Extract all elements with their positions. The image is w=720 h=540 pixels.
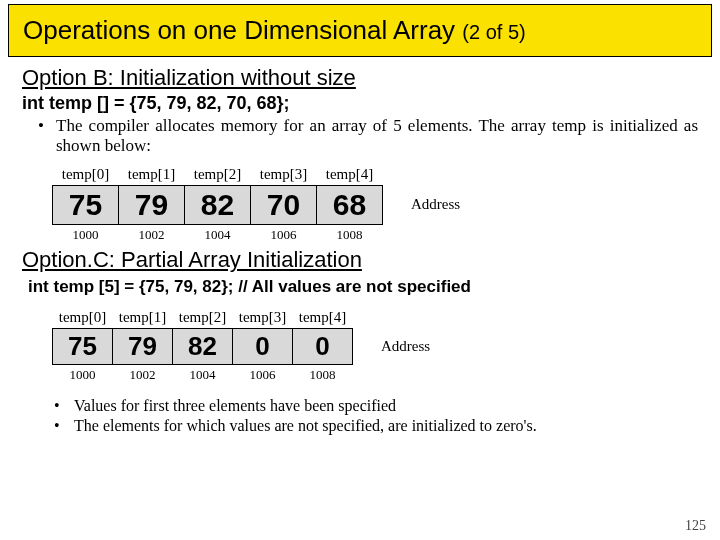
arr-addr: 1006 xyxy=(251,225,317,244)
arr-value: 0 xyxy=(293,329,353,365)
option-c-table: temp[0] temp[1] temp[2] temp[3] temp[4] … xyxy=(52,309,353,383)
arr-value: 82 xyxy=(185,186,251,225)
arr-value: 75 xyxy=(53,186,119,225)
arr-addr: 1008 xyxy=(317,225,383,244)
arr-value: 0 xyxy=(233,329,293,365)
address-label-c: Address xyxy=(381,338,430,355)
arr-addr: 1000 xyxy=(53,365,113,384)
address-label-b: Address xyxy=(411,196,460,213)
arr-label: temp[3] xyxy=(233,309,293,329)
arr-value: 79 xyxy=(119,186,185,225)
option-c-bullets: Values for first three elements have bee… xyxy=(74,397,698,435)
arr-value: 75 xyxy=(53,329,113,365)
arr-label: temp[2] xyxy=(173,309,233,329)
arr-label: temp[4] xyxy=(293,309,353,329)
slide-title-paren: (2 of 5) xyxy=(462,21,525,43)
arr-label: temp[0] xyxy=(53,166,119,186)
arr-addr: 1006 xyxy=(233,365,293,384)
arr-addr: 1008 xyxy=(293,365,353,384)
arr-addr: 1000 xyxy=(53,225,119,244)
option-c-code: int temp [5] = {75, 79, 82}; // All valu… xyxy=(28,277,698,297)
option-b-table: temp[0] temp[1] temp[2] temp[3] temp[4] … xyxy=(52,166,383,243)
arr-value: 79 xyxy=(113,329,173,365)
arr-label: temp[0] xyxy=(53,309,113,329)
arr-label: temp[4] xyxy=(317,166,383,186)
option-c-bullet-2: The elements for which values are not sp… xyxy=(74,417,698,435)
option-b-array-row: temp[0] temp[1] temp[2] temp[3] temp[4] … xyxy=(22,166,698,243)
arr-addr: 1002 xyxy=(119,225,185,244)
slide-title-main: Operations on one Dimensional Array xyxy=(23,15,462,45)
option-c-array: temp[0] temp[1] temp[2] temp[3] temp[4] … xyxy=(52,309,353,383)
slide-content: Option B: Initialization without size in… xyxy=(0,57,720,435)
arr-label: temp[2] xyxy=(185,166,251,186)
slide-number: 125 xyxy=(685,518,706,534)
arr-addr: 1004 xyxy=(173,365,233,384)
option-c-heading: Option.C: Partial Array Initialization xyxy=(22,247,698,273)
option-c-bullet-1: Values for first three elements have bee… xyxy=(74,397,698,415)
arr-value: 82 xyxy=(173,329,233,365)
option-b-array: temp[0] temp[1] temp[2] temp[3] temp[4] … xyxy=(52,166,383,243)
arr-label: temp[3] xyxy=(251,166,317,186)
option-b-code: int temp [] = {75, 79, 82, 70, 68}; xyxy=(22,93,698,114)
title-bar: Operations on one Dimensional Array (2 o… xyxy=(8,4,712,57)
arr-value: 70 xyxy=(251,186,317,225)
arr-value: 68 xyxy=(317,186,383,225)
option-c-array-row: temp[0] temp[1] temp[2] temp[3] temp[4] … xyxy=(22,309,698,383)
option-b-heading: Option B: Initialization without size xyxy=(22,65,698,91)
arr-label: temp[1] xyxy=(113,309,173,329)
arr-addr: 1004 xyxy=(185,225,251,244)
arr-label: temp[1] xyxy=(119,166,185,186)
arr-addr: 1002 xyxy=(113,365,173,384)
option-b-bullet: The compiler allocates memory for an arr… xyxy=(56,116,698,156)
